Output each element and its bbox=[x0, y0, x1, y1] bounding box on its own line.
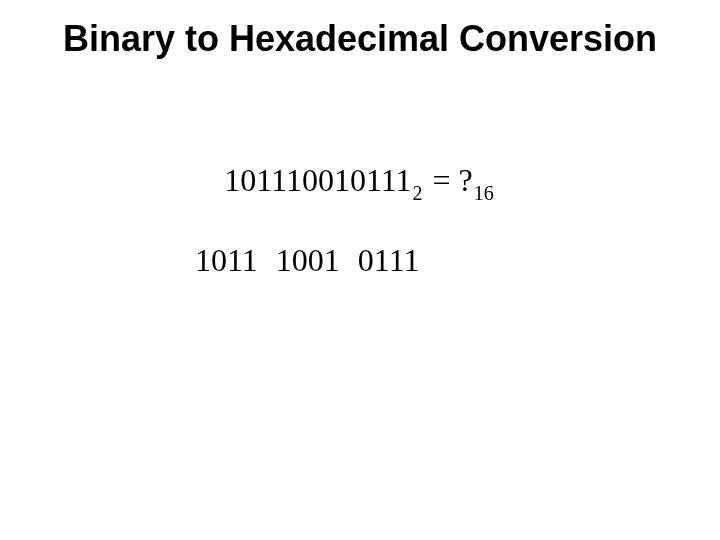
conversion-equation: 1011100101112 = ?16 bbox=[0, 162, 720, 203]
slide-title: Binary to Hexadecimal Conversion bbox=[0, 18, 720, 60]
hex-result: ? bbox=[459, 162, 473, 198]
binary-grouped-nibbles: 1011 1001 0111 bbox=[195, 242, 419, 279]
binary-number: 101110010111 bbox=[224, 162, 411, 198]
equals-sign: = bbox=[425, 162, 459, 198]
binary-base-subscript: 2 bbox=[413, 182, 423, 204]
slide: Binary to Hexadecimal Conversion 1011100… bbox=[0, 0, 720, 540]
hex-base-subscript: 16 bbox=[474, 182, 494, 204]
